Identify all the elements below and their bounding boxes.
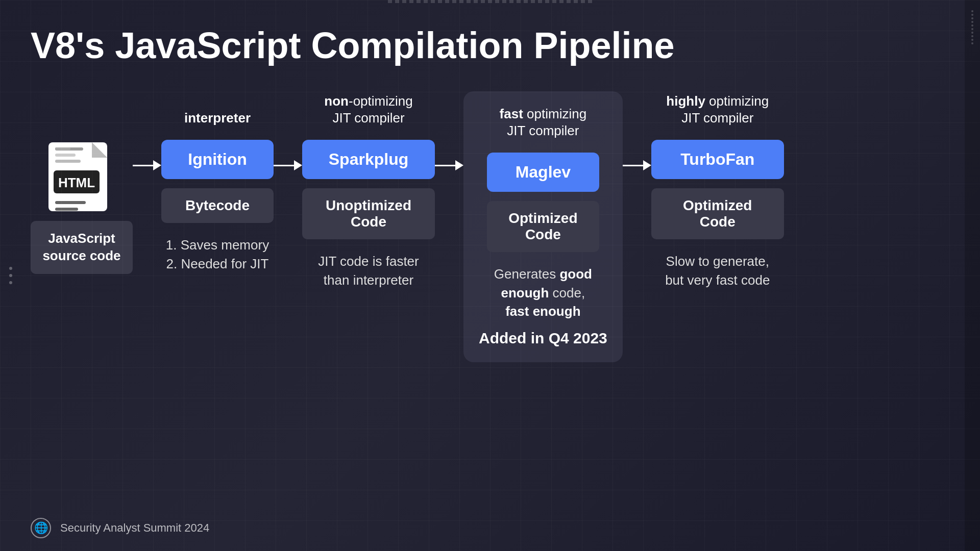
ignition-box[interactable]: Ignition: [161, 140, 274, 179]
top-decoration: [388, 0, 592, 3]
maglev-desc: Generates goodenough code,fast enough: [494, 265, 592, 320]
sparkplug-stage: non-optimizingJIT compiler Sparkplug Uno…: [302, 91, 435, 289]
svg-rect-6: [55, 208, 78, 211]
source-stage: HTML JavaScriptsource code: [31, 91, 133, 274]
turbofan-desc: Slow to generate,but very fast code: [665, 252, 770, 289]
svg-rect-8: [55, 154, 76, 157]
added-label: Added in Q4 2023: [479, 330, 607, 347]
maglev-stage: fast optimizingJIT compiler Maglev Optim…: [487, 104, 599, 320]
footer: 🌐 Security Analyst Summit 2024: [31, 518, 209, 538]
turbofan-label: highly optimizingJIT compiler: [666, 91, 769, 127]
ignition-desc: 1. Saves memory2. Needed for JIT: [166, 236, 269, 273]
slide: V8's JavaScript Compilation Pipeline HTM…: [0, 0, 980, 551]
ignition-stage: interpreter Ignition Bytecode 1. Saves m…: [161, 91, 274, 273]
arrow-source-ignition: [133, 147, 161, 183]
svg-rect-10: [55, 147, 70, 150]
footer-text: Security Analyst Summit 2024: [60, 521, 209, 535]
maglev-highlighted-section: fast optimizingJIT compiler Maglev Optim…: [463, 91, 623, 362]
left-decoration: [9, 267, 12, 284]
turbofan-stage: highly optimizingJIT compiler TurboFan O…: [651, 91, 784, 289]
ignition-output: Bytecode: [161, 188, 274, 223]
turbofan-output: OptimizedCode: [651, 188, 784, 239]
globe-icon: 🌐: [31, 518, 51, 538]
sparkplug-output: UnoptimizedCode: [302, 188, 435, 239]
ignition-label: interpreter: [184, 91, 251, 127]
sparkplug-box[interactable]: Sparkplug: [302, 140, 435, 179]
maglev-output: OptimizedCode: [487, 201, 599, 252]
html-file-icon: HTML: [46, 132, 117, 214]
svg-text:HTML: HTML: [58, 175, 95, 190]
maglev-box[interactable]: Maglev: [487, 153, 599, 192]
svg-rect-9: [55, 160, 81, 163]
sparkplug-desc: JIT code is fasterthan interpreter: [318, 252, 419, 289]
sparkplug-label: non-optimizingJIT compiler: [324, 91, 412, 127]
source-output-box: JavaScriptsource code: [31, 221, 133, 274]
turbofan-box[interactable]: TurboFan: [651, 140, 784, 179]
right-decoration: [965, 0, 980, 551]
arrow-sparkplug-maglev: [435, 147, 463, 183]
maglev-label: fast optimizingJIT compiler: [500, 104, 587, 140]
page-title: V8's JavaScript Compilation Pipeline: [31, 26, 949, 66]
pipeline-diagram: HTML JavaScriptsource code: [31, 91, 949, 362]
svg-rect-5: [55, 201, 86, 204]
arrow-maglev-turbofan: [623, 147, 651, 183]
arrow-ignition-sparkplug: [274, 147, 302, 183]
